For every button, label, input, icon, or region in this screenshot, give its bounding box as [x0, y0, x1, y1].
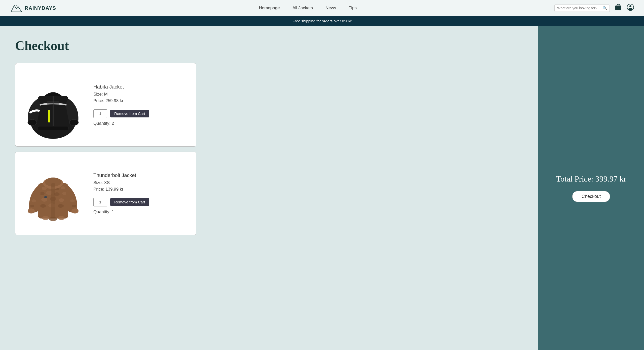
- item-2-remove-button[interactable]: Remove from Cart: [110, 198, 149, 206]
- total-price: Total Price: 399.97 kr: [556, 174, 626, 184]
- nav-tips[interactable]: Tips: [349, 6, 357, 11]
- svg-point-35: [42, 216, 49, 220]
- logo-mountain-icon: [10, 3, 23, 13]
- svg-point-23: [59, 198, 64, 202]
- search-bar[interactable]: 🔍: [554, 5, 610, 12]
- cart-icon: [615, 4, 622, 11]
- svg-point-32: [72, 205, 76, 207]
- checkout-button[interactable]: Checkout: [572, 191, 610, 202]
- nav-homepage[interactable]: Homepage: [259, 6, 280, 11]
- svg-point-39: [71, 208, 79, 213]
- nav-news[interactable]: News: [325, 6, 336, 11]
- search-icon: 🔍: [603, 6, 607, 10]
- account-icon: [627, 4, 634, 11]
- svg-point-10: [69, 119, 79, 125]
- item-1-size: Size: M: [93, 92, 191, 97]
- header-right: 🔍: [554, 4, 634, 12]
- thunderbolt-jacket-image: [27, 161, 80, 226]
- svg-point-37: [58, 216, 65, 220]
- svg-point-19: [54, 192, 60, 196]
- svg-point-34: [44, 196, 47, 198]
- item-1-quantity-label: Quantity: 2: [93, 121, 191, 126]
- item-2-price: Price: 139.99 kr: [93, 187, 191, 192]
- item-2-quantity-input[interactable]: [93, 198, 107, 206]
- item-2-image: [20, 157, 86, 230]
- svg-point-31: [70, 199, 75, 202]
- svg-point-24: [40, 204, 46, 208]
- item-1-image: [20, 68, 86, 141]
- svg-point-21: [41, 198, 47, 202]
- shipping-banner: Free shipping for orders over 850kr: [0, 16, 644, 26]
- item-1-price: Price: 259.98 kr: [93, 98, 191, 103]
- item-1-actions: Remove from Cart: [93, 109, 191, 118]
- item-1-name: Habita Jacket: [93, 84, 191, 90]
- svg-point-26: [58, 204, 64, 208]
- item-2-size: Size: XS: [93, 180, 191, 185]
- svg-point-29: [31, 199, 36, 202]
- site-header: RAINYDAYS Homepage All Jackets News Tips…: [0, 0, 644, 16]
- search-input[interactable]: [557, 6, 601, 10]
- logo[interactable]: RAINYDAYS: [10, 3, 56, 13]
- item-1-quantity-input[interactable]: [93, 109, 107, 118]
- page-title: Checkout: [15, 38, 523, 53]
- cart-item-1: Habita Jacket Size: M Price: 259.98 kr R…: [15, 63, 196, 147]
- svg-point-9: [28, 119, 37, 125]
- logo-text: RAINYDAYS: [25, 5, 56, 11]
- main-layout: Checkout: [0, 26, 644, 350]
- item-1-details: Habita Jacket Size: M Price: 259.98 kr R…: [86, 84, 191, 126]
- sidebar: Total Price: 399.97 kr Checkout: [538, 26, 644, 350]
- main-nav: Homepage All Jackets News Tips: [71, 6, 544, 11]
- item-2-quantity-label: Quantity: 1: [93, 209, 191, 214]
- svg-point-38: [28, 208, 35, 213]
- svg-rect-1: [615, 6, 621, 10]
- svg-point-3: [629, 5, 631, 7]
- item-2-actions: Remove from Cart: [93, 198, 191, 206]
- svg-rect-33: [51, 183, 55, 218]
- svg-point-30: [30, 205, 34, 207]
- left-panel: Checkout: [0, 26, 538, 350]
- nav-all-jackets[interactable]: All Jackets: [292, 6, 313, 11]
- cart-button[interactable]: [615, 4, 622, 12]
- account-button[interactable]: [627, 4, 634, 12]
- item-2-name: Thunderbolt Jacket: [93, 172, 191, 178]
- habita-jacket-image: [24, 71, 82, 139]
- item-1-remove-button[interactable]: Remove from Cart: [110, 110, 149, 117]
- svg-point-36: [49, 217, 57, 221]
- item-2-details: Thunderbolt Jacket Size: XS Price: 139.9…: [86, 172, 191, 214]
- svg-point-16: [61, 186, 65, 189]
- cart-item-2: Thunderbolt Jacket Size: XS Price: 139.9…: [15, 152, 196, 235]
- svg-rect-11: [38, 126, 68, 130]
- svg-rect-6: [48, 110, 50, 122]
